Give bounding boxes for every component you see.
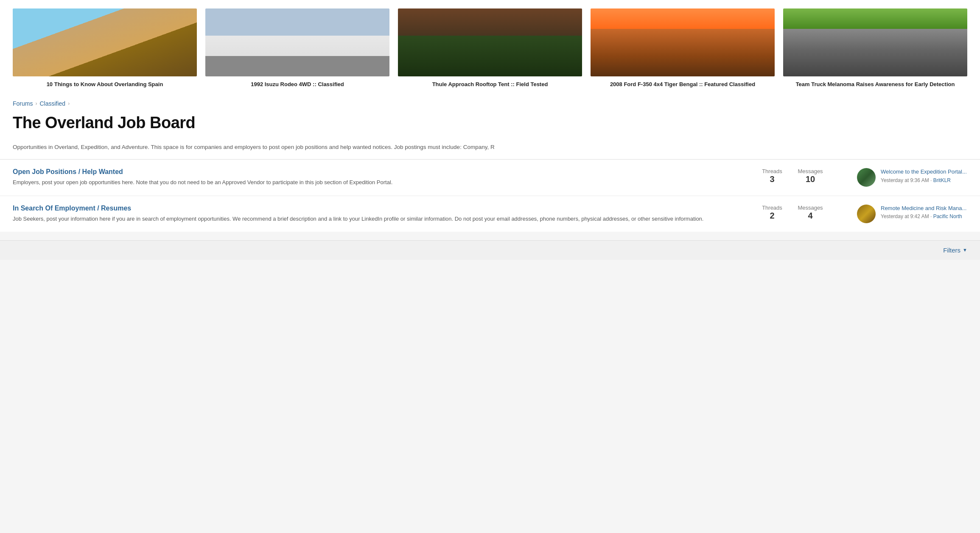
- latest-user-open-jobs[interactable]: BritKLR: [933, 177, 951, 183]
- page-title-area: The Overland Job Board: [0, 110, 980, 140]
- featured-item-camper[interactable]: 1992 Isuzu Rodeo 4WD :: Classified: [205, 8, 389, 88]
- featured-caption-camper: 1992 Isuzu Rodeo 4WD :: Classified: [251, 81, 344, 88]
- threads-count-open-jobs: 3: [759, 174, 785, 184]
- threads-stat-open-jobs: Threads 3: [759, 168, 785, 184]
- featured-image-ford: [591, 8, 775, 76]
- forum-row-open-jobs: Open Job Positions / Help Wanted Employe…: [0, 160, 980, 195]
- latest-info-in-search: Remote Medicine and Risk Mana... Yesterd…: [881, 205, 967, 219]
- breadcrumb-classified-link[interactable]: Classified: [39, 100, 65, 107]
- latest-info-open-jobs: Welcome to the Expedition Portal... Yest…: [881, 168, 967, 183]
- forum-list: Open Job Positions / Help Wanted Employe…: [0, 160, 980, 231]
- featured-image-rocky: [13, 8, 197, 76]
- messages-label-open-jobs: Messages: [798, 168, 823, 174]
- messages-label-in-search: Messages: [798, 205, 823, 211]
- threads-label-in-search: Threads: [759, 205, 785, 211]
- avatar-in-search: [857, 205, 876, 223]
- forum-title-in-search[interactable]: In Search Of Employment / Resumes: [13, 205, 131, 212]
- threads-stat-in-search: Threads 2: [759, 205, 785, 221]
- forum-latest-in-search: Remote Medicine and Risk Mana... Yesterd…: [857, 205, 967, 223]
- threads-count-in-search: 2: [759, 211, 785, 221]
- featured-image-bike: [783, 8, 967, 76]
- filters-label: Filters: [943, 247, 960, 254]
- featured-strip: 10 Things to Know About Overlanding Spai…: [0, 0, 980, 93]
- featured-caption-bike: Team Truck Melanoma Raises Awareness for…: [796, 81, 955, 88]
- featured-caption-tent: Thule Approach Rooftop Tent :: Field Tes…: [432, 81, 548, 88]
- featured-image-camper: [205, 8, 389, 76]
- page-description: Opportunities in Overland, Expedition, a…: [13, 143, 967, 151]
- featured-caption-rocky: 10 Things to Know About Overlanding Spai…: [47, 81, 163, 88]
- filters-button[interactable]: Filters ▼: [943, 247, 967, 254]
- breadcrumb-forums-link[interactable]: Forums: [13, 100, 33, 107]
- forum-row-in-search: In Search Of Employment / Resumes Job Se…: [0, 196, 980, 232]
- messages-stat-open-jobs: Messages 10: [798, 168, 823, 184]
- latest-meta-in-search: Yesterday at 9:42 AM · Pacific North: [881, 213, 967, 219]
- featured-item-rocky[interactable]: 10 Things to Know About Overlanding Spai…: [13, 8, 197, 88]
- filter-arrow-icon: ▼: [963, 247, 967, 252]
- featured-item-bike[interactable]: Team Truck Melanoma Raises Awareness for…: [783, 8, 967, 88]
- messages-stat-in-search: Messages 4: [798, 205, 823, 221]
- latest-title-in-search[interactable]: Remote Medicine and Risk Mana...: [881, 205, 967, 212]
- latest-meta-open-jobs: Yesterday at 9:36 AM · BritKLR: [881, 177, 967, 183]
- filter-bar: Filters ▼: [0, 240, 980, 260]
- messages-count-open-jobs: 10: [798, 174, 823, 184]
- featured-item-tent[interactable]: Thule Approach Rooftop Tent :: Field Tes…: [398, 8, 582, 88]
- breadcrumb-area: Forums › Classified ›: [0, 93, 980, 110]
- breadcrumb: Forums › Classified ›: [13, 100, 967, 110]
- featured-item-ford[interactable]: 2008 Ford F-350 4x4 Tiger Bengal :: Feat…: [591, 8, 775, 88]
- forum-main-open-jobs: Open Job Positions / Help Wanted Employe…: [13, 168, 747, 187]
- forum-title-open-jobs[interactable]: Open Job Positions / Help Wanted: [13, 168, 123, 176]
- latest-user-in-search[interactable]: Pacific North: [933, 213, 962, 219]
- latest-title-open-jobs[interactable]: Welcome to the Expedition Portal...: [881, 168, 967, 176]
- breadcrumb-sep2: ›: [68, 101, 70, 107]
- breadcrumb-sep1: ›: [35, 101, 37, 107]
- forum-main-in-search: In Search Of Employment / Resumes Job Se…: [13, 205, 747, 223]
- threads-label-open-jobs: Threads: [759, 168, 785, 174]
- avatar-open-jobs: [857, 168, 876, 187]
- forum-desc-open-jobs: Employers, post your open job opportunit…: [13, 178, 747, 187]
- page-title: The Overland Job Board: [13, 114, 967, 132]
- forum-latest-open-jobs: Welcome to the Expedition Portal... Yest…: [857, 168, 967, 187]
- featured-caption-ford: 2008 Ford F-350 4x4 Tiger Bengal :: Feat…: [610, 81, 755, 88]
- messages-count-in-search: 4: [798, 211, 823, 221]
- forum-desc-in-search: Job Seekers, post your information here …: [13, 215, 747, 223]
- forum-stats-open-jobs: Threads 3 Messages 10: [759, 168, 844, 184]
- description-area: Opportunities in Overland, Expedition, a…: [0, 140, 980, 160]
- forum-stats-in-search: Threads 2 Messages 4: [759, 205, 844, 221]
- featured-image-tent: [398, 8, 582, 76]
